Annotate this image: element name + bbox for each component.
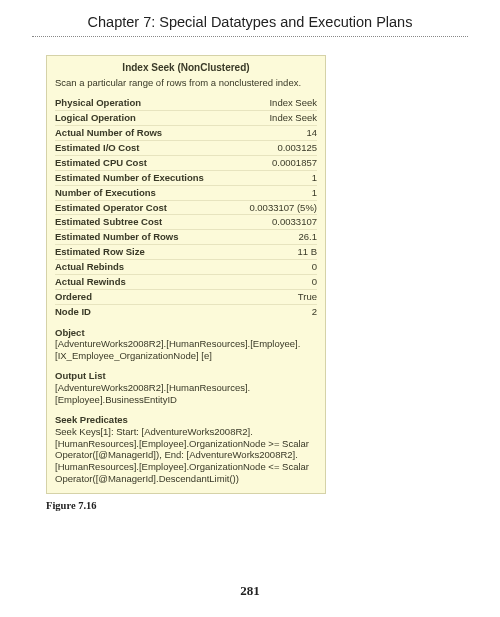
tooltip-property-label: Estimated Operator Cost xyxy=(55,202,167,214)
tooltip-property-label: Estimated Subtree Cost xyxy=(55,216,162,228)
tooltip-property-value: 0 xyxy=(312,261,317,273)
tooltip-property-row: Estimated I/O Cost0.003125 xyxy=(55,141,317,156)
tooltip-property-value: 0.0033107 (5%) xyxy=(249,202,317,214)
tooltip-property-value: 0.0001857 xyxy=(272,157,317,169)
tooltip-property-value: 1 xyxy=(312,172,317,184)
tooltip-section-body: Seek Keys[1]: Start: [AdventureWorks2008… xyxy=(55,426,317,485)
tooltip-sections: Object[AdventureWorks2008R2].[HumanResou… xyxy=(55,327,317,486)
tooltip-property-value: 0.0033107 xyxy=(272,216,317,228)
tooltip-property-label: Ordered xyxy=(55,291,92,303)
page: Chapter 7: Special Datatypes and Executi… xyxy=(0,0,500,617)
tooltip-property-label: Actual Rewinds xyxy=(55,276,126,288)
tooltip-property-row: Logical OperationIndex Seek xyxy=(55,111,317,126)
tooltip-property-value: 11 B xyxy=(297,246,317,258)
tooltip-property-row: Estimated Subtree Cost0.0033107 xyxy=(55,215,317,230)
chapter-title: Chapter 7: Special Datatypes and Executi… xyxy=(32,14,468,36)
tooltip-property-row: Physical OperationIndex Seek xyxy=(55,96,317,111)
tooltip-properties: Physical OperationIndex SeekLogical Oper… xyxy=(55,96,317,318)
tooltip-property-row: OrderedTrue xyxy=(55,290,317,305)
tooltip-property-value: Index Seek xyxy=(269,112,317,124)
tooltip-property-row: Estimated Number of Executions1 xyxy=(55,171,317,186)
figure-caption: Figure 7.16 xyxy=(46,500,468,511)
tooltip-property-value: True xyxy=(298,291,317,303)
tooltip-property-value: 1 xyxy=(312,187,317,199)
tooltip-property-label: Logical Operation xyxy=(55,112,136,124)
tooltip-section-heading: Seek Predicates xyxy=(55,414,317,426)
tooltip-property-value: 0.003125 xyxy=(277,142,317,154)
tooltip-property-value: 14 xyxy=(306,127,317,139)
tooltip-property-row: Estimated Row Size11 B xyxy=(55,245,317,260)
tooltip-property-value: 2 xyxy=(312,306,317,318)
tooltip-property-row: Number of Executions1 xyxy=(55,186,317,201)
tooltip-property-value: 0 xyxy=(312,276,317,288)
tooltip-title: Index Seek (NonClustered) xyxy=(55,62,317,75)
tooltip-property-value: Index Seek xyxy=(269,97,317,109)
tooltip-property-row: Estimated Operator Cost0.0033107 (5%) xyxy=(55,201,317,216)
tooltip-property-label: Number of Executions xyxy=(55,187,156,199)
page-number: 281 xyxy=(0,583,500,599)
tooltip-property-label: Estimated Number of Rows xyxy=(55,231,179,243)
tooltip-property-label: Estimated CPU Cost xyxy=(55,157,147,169)
tooltip-property-row: Actual Rebinds0 xyxy=(55,260,317,275)
tooltip-property-label: Node ID xyxy=(55,306,91,318)
tooltip-property-row: Estimated CPU Cost0.0001857 xyxy=(55,156,317,171)
header-rule xyxy=(32,36,468,37)
tooltip-property-label: Estimated Row Size xyxy=(55,246,145,258)
tooltip-section-heading: Output List xyxy=(55,370,317,382)
tooltip-section-body: [AdventureWorks2008R2].[HumanResources].… xyxy=(55,338,317,362)
execution-plan-tooltip: Index Seek (NonClustered) Scan a particu… xyxy=(46,55,326,494)
tooltip-property-row: Estimated Number of Rows26.1 xyxy=(55,230,317,245)
tooltip-property-label: Physical Operation xyxy=(55,97,141,109)
tooltip-property-label: Estimated Number of Executions xyxy=(55,172,204,184)
tooltip-property-label: Estimated I/O Cost xyxy=(55,142,139,154)
tooltip-property-label: Actual Number of Rows xyxy=(55,127,162,139)
tooltip-property-label: Actual Rebinds xyxy=(55,261,124,273)
tooltip-description: Scan a particular range of rows from a n… xyxy=(55,77,317,89)
tooltip-section-heading: Object xyxy=(55,327,317,339)
tooltip-section-body: [AdventureWorks2008R2].[HumanResources].… xyxy=(55,382,317,406)
tooltip-property-row: Actual Number of Rows14 xyxy=(55,126,317,141)
tooltip-property-row: Node ID2 xyxy=(55,305,317,319)
tooltip-property-row: Actual Rewinds0 xyxy=(55,275,317,290)
tooltip-property-value: 26.1 xyxy=(299,231,318,243)
